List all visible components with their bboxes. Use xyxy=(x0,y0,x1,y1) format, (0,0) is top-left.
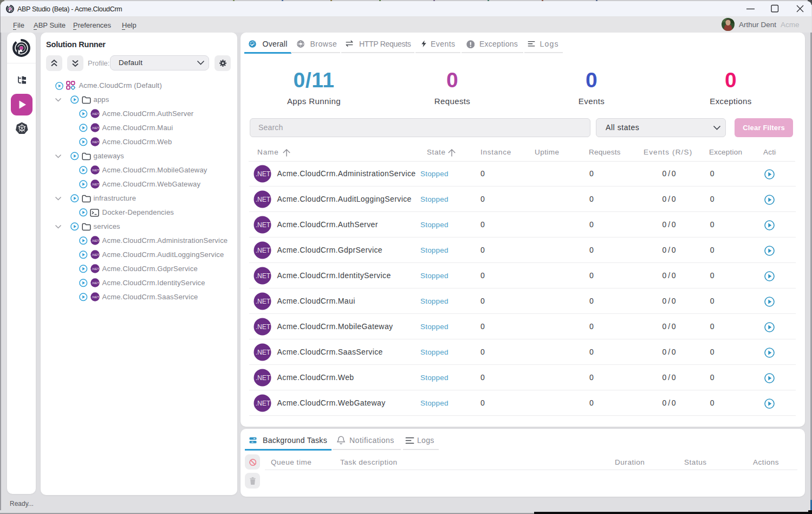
svg-text:.NET: .NET xyxy=(91,239,99,242)
svg-text:.NET: .NET xyxy=(91,267,99,271)
svg-text:.NET: .NET xyxy=(256,272,271,280)
svg-text:.NET: .NET xyxy=(256,247,271,254)
svg-text:.NET: .NET xyxy=(91,295,99,299)
svg-text:.NET: .NET xyxy=(91,112,99,115)
svg-text:.NET: .NET xyxy=(256,323,271,331)
svg-text:.NET: .NET xyxy=(91,126,99,130)
svg-text:.NET: .NET xyxy=(256,400,271,407)
svg-text:.NET: .NET xyxy=(91,253,99,256)
svg-text:.NET: .NET xyxy=(256,349,271,356)
svg-text:.NET: .NET xyxy=(91,140,99,144)
svg-text:.NET: .NET xyxy=(91,182,99,186)
svg-text:.NET: .NET xyxy=(256,196,271,203)
svg-text:.NET: .NET xyxy=(256,298,271,305)
svg-text:.NET: .NET xyxy=(91,168,99,172)
svg-text:.NET: .NET xyxy=(91,281,99,285)
svg-text:.NET: .NET xyxy=(256,221,271,229)
svg-text:.NET: .NET xyxy=(256,170,271,178)
svg-text:.NET: .NET xyxy=(256,374,271,382)
